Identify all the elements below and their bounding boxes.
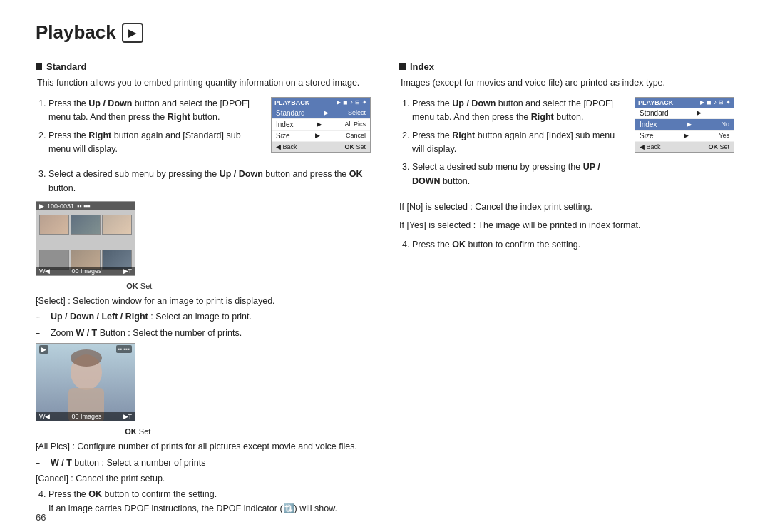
index-step4: Press the OK button to confirm the setti…: [399, 238, 734, 252]
camera-screen-footer: ◀ Back OK Set: [272, 142, 370, 152]
left-column: Standard This function allows you to emb…: [36, 61, 371, 521]
index-steps: Press the Up / Down button and select th…: [399, 97, 623, 188]
title-divider: [36, 48, 734, 48]
index-label: Index: [410, 61, 434, 72]
photo-label: 100-0031: [47, 203, 74, 210]
images-label: 00 Images: [71, 267, 101, 275]
bullet-icon-right: [399, 63, 406, 70]
if-yes-text: If [Yes] is selected : The image will be…: [399, 218, 734, 232]
camera-menu-screen-left: PLAYBACK ▶◼♪⊟✦ Standard ▶ Select: [271, 97, 371, 153]
photo-screen-top: ▶ 100-0031 ▪▪ ▪▪▪: [36, 202, 135, 210]
page-title: Playback ▶: [36, 21, 734, 44]
camera-screen-footer-right: ◀ Back OK Set: [635, 142, 734, 152]
camera-screen-header: PLAYBACK ▶◼♪⊟✦: [272, 98, 370, 108]
menu-row-index: Index ▶ All Pics: [272, 119, 370, 131]
camera-screen-body-right: Standard ▶ Index ▶ No Size: [635, 108, 734, 142]
photo-screen-bar: W◀ 00 Images ▶T: [36, 267, 135, 275]
sub-item-zoom: - Zoom W / T Button : Select the number …: [36, 327, 371, 340]
sub-item-cancel: [Cancel] : Cancel the print setup.: [36, 472, 371, 486]
portrait-screen-wrapper: ▶ ▪▪ ▪▪▪ W◀ 00 Images ▶T: [36, 343, 371, 421]
photo-ok-label: OK Set: [37, 282, 371, 290]
standard-steps: Press the Up / Down button and select th…: [36, 97, 260, 157]
playback-icon: ▶: [122, 23, 143, 43]
index-step-2: Press the Right button again and [Index]…: [412, 129, 623, 157]
portrait-svg: [36, 344, 135, 421]
standard-label: Standard: [46, 61, 86, 72]
page: Playback ▶ Standard This function allows…: [0, 0, 770, 532]
if-no-text: If [No] is selected : Cancel the index p…: [399, 200, 734, 214]
thumb-3: [102, 215, 132, 235]
screen-title: PLAYBACK: [274, 99, 309, 106]
standard-sub-items: [Select] : Selection window for an image…: [36, 295, 371, 340]
photo-screen: ▶ 100-0031 ▪▪ ▪▪▪ W◀ 00 Images: [36, 201, 135, 276]
standard-step-3: Select a desired sub menu by pressing th…: [48, 168, 371, 195]
standard-steps-2: Select a desired sub menu by pressing th…: [36, 168, 371, 195]
sub-item-wt: - W / T button : Select a number of prin…: [36, 456, 371, 470]
screen-icons-right: ▶◼♪⊟✦: [700, 99, 731, 106]
index-step4-item: Press the OK button to confirm the setti…: [412, 238, 734, 252]
screen-icons: ▶◼♪⊟✦: [337, 99, 367, 106]
thumb-1: [39, 215, 69, 235]
menu-row-standard: Standard ▶ Select: [272, 108, 370, 119]
photo-screen-wrapper: ▶ 100-0031 ▪▪ ▪▪▪ W◀ 00 Images: [36, 201, 371, 276]
menu-row-index-r: Index ▶ No: [635, 119, 734, 131]
sub-item-direction: - Up / Down / Left / Right : Select an i…: [36, 310, 371, 324]
index-step-1: Press the Up / Down button and select th…: [412, 97, 623, 125]
index-intro: Images (except for movies and voice file…: [399, 76, 734, 90]
screen-title-right: PLAYBACK: [638, 99, 673, 106]
svg-point-3: [71, 349, 102, 367]
menu-row-size-r: Size ▶ Yes: [635, 131, 734, 142]
menu-row-size: Size ▶ Cancel: [272, 131, 370, 142]
title-text: Playback: [36, 21, 116, 44]
camera-screen-header-right: PLAYBACK ▶◼♪⊟✦: [635, 98, 734, 108]
thumb-2: [71, 215, 101, 235]
main-content: Standard This function allows you to emb…: [36, 61, 734, 521]
camera-screen-body: Standard ▶ Select Index ▶ All Pics Size: [272, 108, 370, 142]
portrait-screen: ▶ ▪▪ ▪▪▪ W◀ 00 Images ▶T: [36, 343, 135, 421]
portrait-bottom-bar: W◀ 00 Images ▶T: [36, 412, 135, 421]
standard-step-2: Press the Right button again and [Standa…: [48, 129, 260, 157]
portrait-images-label: 00 Images: [71, 413, 101, 420]
camera-menu-screen-right: PLAYBACK ▶◼♪⊟✦ Standard ▶: [635, 97, 734, 153]
portrait-top-badge: ▪▪ ▪▪▪: [116, 345, 132, 353]
standard-step-1: Press the Up / Down button and select th…: [48, 97, 260, 125]
standard-step4: Press the OK button to confirm the setti…: [36, 488, 371, 516]
index-step-3: Select a desired sub menu by pressing th…: [412, 160, 623, 188]
right-column: Index Images (except for movies and voic…: [399, 61, 734, 521]
portrait-ok-label: OK Set: [36, 427, 371, 436]
sub-item-select: [Select] : Selection window for an image…: [36, 295, 371, 308]
page-number: 66: [36, 512, 46, 523]
bullet-icon: [36, 63, 42, 70]
menu-row-standard-r: Standard ▶: [635, 108, 734, 119]
step4-item: Press the OK button to confirm the setti…: [48, 488, 371, 516]
standard-intro: This function allows you to embed printi…: [36, 76, 371, 90]
standard-sub-items-2: [All Pics] : Configure number of prints …: [36, 440, 371, 486]
portrait-top-icon: ▶: [39, 345, 48, 354]
sub-item-allpics: [All Pics] : Configure number of prints …: [36, 440, 371, 454]
index-section-header: Index: [399, 61, 734, 72]
standard-section-header: Standard: [36, 61, 371, 72]
